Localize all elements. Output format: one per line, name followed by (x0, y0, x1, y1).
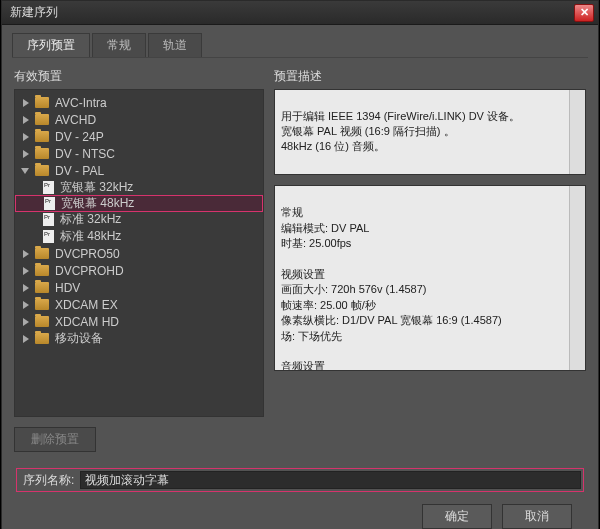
folder-icon (35, 114, 49, 125)
folder-icon (35, 131, 49, 142)
tree-item-label: 标准 48kHz (60, 228, 121, 245)
dialog-content: 序列预置 常规 轨道 有效预置 AVC-IntraAVCHDDV - 24PDV… (2, 25, 598, 529)
preset-file-icon (43, 230, 54, 243)
tab-presets[interactable]: 序列预置 (12, 33, 90, 57)
folder-icon (35, 333, 49, 344)
sequence-name-input[interactable] (80, 471, 581, 489)
tree-item-label: DV - PAL (55, 164, 104, 178)
tree-item-label: DV - NTSC (55, 147, 115, 161)
delete-preset-button: 删除预置 (14, 427, 96, 452)
preset-folder[interactable]: AVC-Intra (15, 94, 263, 111)
preset-item[interactable]: 标准 48kHz (15, 228, 263, 245)
preset-details: 常规 编辑模式: DV PAL 时基: 25.00fps 视频设置 画面大小: … (274, 185, 586, 371)
main-area: 有效预置 AVC-IntraAVCHDDV - 24PDV - NTSCDV -… (12, 58, 588, 458)
preset-tree[interactable]: AVC-IntraAVCHDDV - 24PDV - NTSCDV - PAL宽… (14, 89, 264, 417)
disclosure-icon[interactable] (21, 300, 31, 310)
window-title: 新建序列 (6, 4, 574, 21)
preset-file-icon (44, 197, 55, 210)
tree-item-label: HDV (55, 281, 80, 295)
disclosure-icon[interactable] (21, 166, 31, 176)
tree-item-label: 宽银幕 48kHz (61, 195, 134, 212)
scrollbar[interactable] (569, 186, 585, 370)
preset-folder[interactable]: XDCAM EX (15, 296, 263, 313)
preset-item[interactable]: 标准 32kHz (15, 211, 263, 228)
preset-folder[interactable]: 移动设备 (15, 330, 263, 347)
scrollbar[interactable] (569, 90, 585, 174)
details-text: 常规 编辑模式: DV PAL 时基: 25.00fps 视频设置 画面大小: … (281, 206, 502, 371)
disclosure-icon[interactable] (21, 132, 31, 142)
preset-folder[interactable]: DVCPRO50 (15, 245, 263, 262)
folder-icon (35, 299, 49, 310)
tab-general[interactable]: 常规 (92, 33, 146, 57)
folder-icon (35, 316, 49, 327)
tree-item-label: DV - 24P (55, 130, 104, 144)
folder-icon (35, 148, 49, 159)
disclosure-icon[interactable] (21, 266, 31, 276)
disclosure-icon[interactable] (21, 317, 31, 327)
preset-folder[interactable]: DV - 24P (15, 128, 263, 145)
preset-item[interactable]: 宽银幕 32kHz (15, 179, 263, 196)
tree-item-label: XDCAM EX (55, 298, 118, 312)
tree-item-label: 宽银幕 32kHz (60, 179, 133, 196)
sequence-name-label: 序列名称: (19, 472, 74, 489)
preset-file-icon (43, 181, 54, 194)
preset-folder[interactable]: HDV (15, 279, 263, 296)
preset-folder[interactable]: DVCPROHD (15, 262, 263, 279)
folder-icon (35, 248, 49, 259)
preset-item[interactable]: 宽银幕 48kHz (15, 195, 263, 212)
disclosure-icon[interactable] (21, 249, 31, 259)
cancel-button[interactable]: 取消 (502, 504, 572, 529)
tree-item-label: XDCAM HD (55, 315, 119, 329)
tree-item-label: DVCPRO50 (55, 247, 120, 261)
tree-item-label: DVCPROHD (55, 264, 124, 278)
footer-buttons: 确定 取消 (12, 496, 588, 529)
folder-icon (35, 265, 49, 276)
tree-item-label: AVC-Intra (55, 96, 107, 110)
folder-icon (35, 97, 49, 108)
disclosure-icon[interactable] (21, 283, 31, 293)
sequence-name-row: 序列名称: (16, 468, 584, 492)
preset-description: 用于编辑 IEEE 1394 (FireWire/i.LINK) DV 设备。 … (274, 89, 586, 175)
left-panel-title: 有效预置 (14, 68, 264, 85)
disclosure-icon[interactable] (21, 98, 31, 108)
new-sequence-dialog: 新建序列 ✕ 序列预置 常规 轨道 有效预置 AVC-IntraAVCHDDV … (1, 0, 599, 529)
tree-item-label: 移动设备 (55, 330, 103, 347)
folder-icon (35, 282, 49, 293)
ok-button[interactable]: 确定 (422, 504, 492, 529)
description-text: 用于编辑 IEEE 1394 (FireWire/i.LINK) DV 设备。 … (281, 110, 520, 152)
folder-icon (35, 165, 49, 176)
tree-item-label: 标准 32kHz (60, 211, 121, 228)
tab-tracks[interactable]: 轨道 (148, 33, 202, 57)
left-panel: 有效预置 AVC-IntraAVCHDDV - 24PDV - NTSCDV -… (14, 68, 264, 452)
titlebar: 新建序列 ✕ (2, 1, 598, 25)
preset-folder[interactable]: AVCHD (15, 111, 263, 128)
preset-folder[interactable]: DV - PAL (15, 162, 263, 179)
tree-item-label: AVCHD (55, 113, 96, 127)
disclosure-icon[interactable] (21, 334, 31, 344)
tab-bar: 序列预置 常规 轨道 (12, 33, 588, 58)
disclosure-icon[interactable] (21, 149, 31, 159)
preset-file-icon (43, 213, 54, 226)
preset-folder[interactable]: XDCAM HD (15, 313, 263, 330)
right-panel: 预置描述 用于编辑 IEEE 1394 (FireWire/i.LINK) DV… (274, 68, 586, 452)
preset-folder[interactable]: DV - NTSC (15, 145, 263, 162)
disclosure-icon[interactable] (21, 115, 31, 125)
close-button[interactable]: ✕ (574, 4, 594, 22)
right-panel-title: 预置描述 (274, 68, 586, 85)
